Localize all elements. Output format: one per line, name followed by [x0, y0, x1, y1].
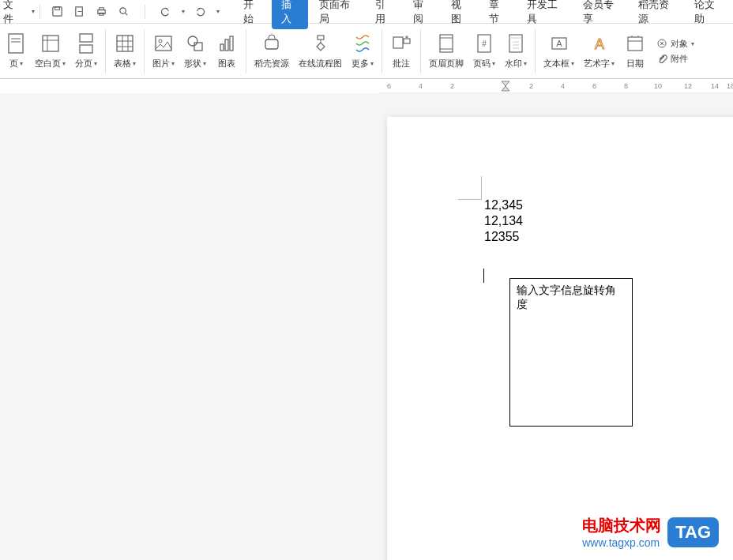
chevron-down-icon: ▾	[182, 8, 185, 15]
ruler-tick: 12	[684, 82, 692, 90]
ruler-tick: 4	[561, 82, 565, 90]
chevron-down-icon: ▾	[370, 60, 374, 67]
wordart-button[interactable]: A 艺术字▾	[579, 31, 619, 71]
svg-rect-9	[80, 34, 92, 42]
chevron-down-icon: ▾	[203, 60, 206, 67]
svg-text:#: #	[482, 39, 487, 48]
tab-insert[interactable]: 插入	[272, 0, 308, 29]
page-watermark: 电脑技术网 www.tagxp.com TAG	[582, 515, 719, 549]
svg-rect-10	[80, 45, 92, 53]
horizontal-ruler[interactable]: 6 4 2 2 4 6 8 10 12 14 18	[379, 79, 733, 93]
page-number-label: 页码	[473, 58, 491, 70]
blank-page-label: 空白页	[35, 58, 61, 70]
text-line: 12,345	[484, 197, 523, 213]
picture-button[interactable]: 图片▾	[148, 31, 179, 71]
svg-rect-8	[43, 36, 58, 51]
chevron-down-icon: ▾	[133, 60, 136, 67]
shape-icon	[184, 32, 206, 54]
tab-review[interactable]: 审阅	[404, 0, 440, 29]
table-button[interactable]: 表格▾	[109, 31, 141, 71]
page-break-icon	[75, 32, 97, 54]
svg-rect-21	[393, 37, 403, 48]
save-icon[interactable]	[51, 6, 64, 18]
text-line: 12,134	[484, 213, 523, 229]
chevron-down-icon: ▾	[524, 60, 527, 67]
svg-rect-30	[628, 37, 642, 51]
cover-page-button[interactable]: 页▾	[2, 31, 30, 71]
blank-page-button[interactable]: 空白页▾	[30, 31, 70, 71]
svg-rect-17	[225, 39, 228, 51]
comment-button[interactable]: 批注	[385, 31, 417, 71]
flowchart-label: 在线流程图	[299, 58, 342, 70]
textbox-icon: A	[548, 32, 570, 54]
chart-button[interactable]: 图表	[211, 31, 242, 71]
tab-view[interactable]: 视图	[442, 0, 478, 29]
watermark-tag: TAG	[667, 517, 719, 547]
tab-page-layout[interactable]: 页面布局	[310, 0, 363, 29]
separator	[144, 29, 145, 73]
svg-rect-22	[404, 39, 410, 43]
ruler-tick: 4	[419, 82, 423, 90]
ruler-tick: 14	[711, 82, 719, 90]
more-button[interactable]: 更多▾	[347, 31, 378, 71]
inserted-textbox[interactable]: 输入文字信息旋转角度	[509, 278, 633, 427]
more-label: 更多	[351, 58, 369, 70]
ruler-tick: 2	[450, 82, 454, 90]
tab-dev-tools[interactable]: 开发工具	[517, 0, 571, 29]
undo-icon[interactable]	[160, 6, 172, 18]
svg-point-14	[188, 36, 197, 46]
textbox-button[interactable]: A 文本框▾	[539, 31, 579, 71]
preview-icon[interactable]	[118, 6, 130, 18]
object-button[interactable]: 对象▾	[654, 38, 697, 50]
tab-references[interactable]: 引用	[366, 0, 402, 29]
chevron-down-icon: ▾	[611, 60, 615, 67]
redo-icon[interactable]	[194, 6, 207, 18]
svg-rect-15	[194, 43, 202, 51]
tab-thesis[interactable]: 论文助	[685, 0, 730, 29]
quick-access: ▾ ▾	[45, 5, 226, 19]
tab-daoke[interactable]: 稻壳资源	[629, 0, 682, 29]
daoke-button[interactable]: 稻壳资源	[250, 31, 294, 71]
ribbon-tabs: 开始 插入 页面布局 引用 审阅 视图 章节 开发工具 会员专享 稻壳资源 论文…	[234, 0, 730, 29]
tab-start[interactable]: 开始	[234, 0, 270, 29]
print-icon[interactable]	[96, 6, 108, 18]
watermark-icon	[505, 32, 527, 54]
svg-point-6	[120, 8, 126, 14]
flowchart-button[interactable]: 在线流程图	[294, 31, 347, 71]
page-number-button[interactable]: # 页码▾	[468, 31, 500, 71]
table-label: 表格	[114, 58, 131, 70]
object-label: 对象	[671, 38, 688, 50]
shape-button[interactable]: 形状▾	[179, 31, 211, 71]
file-menu[interactable]: 文件	[3, 0, 32, 29]
document-workspace: 12,345 12,134 12355 输入文字信息旋转角度 电脑技术网 www…	[0, 93, 733, 560]
tab-chapter[interactable]: 章节	[479, 0, 516, 29]
svg-rect-23	[440, 35, 453, 52]
document-page[interactable]: 12,345 12,134 12355 输入文字信息旋转角度	[387, 117, 733, 560]
watermark-title: 电脑技术网	[582, 515, 661, 536]
header-footer-button[interactable]: 页眉页脚	[424, 31, 468, 71]
chart-label: 图表	[218, 58, 235, 70]
chevron-down-icon: ▾	[171, 60, 175, 67]
tab-member[interactable]: 会员专享	[573, 0, 627, 29]
separator	[145, 5, 145, 19]
shape-label: 形状	[184, 58, 201, 70]
svg-rect-20	[318, 36, 324, 39]
wordart-icon: A	[588, 32, 611, 54]
paperclip-icon	[656, 53, 667, 64]
textbox-content: 输入文字信息旋转角度	[517, 284, 616, 310]
page-break-button[interactable]: 分页▾	[70, 31, 102, 71]
document-body[interactable]: 12,345 12,134 12355	[484, 197, 523, 245]
watermark-button[interactable]: 水印▾	[500, 31, 532, 71]
new-doc-icon[interactable]	[73, 6, 86, 18]
attachment-button[interactable]: 附件	[654, 53, 697, 65]
header-footer-icon	[435, 32, 457, 54]
date-button[interactable]: 日期	[619, 31, 651, 71]
cover-label: 页	[9, 58, 18, 70]
chevron-down-icon: ▾	[571, 60, 574, 67]
svg-rect-19	[265, 39, 278, 49]
blank-page-icon	[39, 32, 62, 54]
chevron-down-icon: ▾	[216, 8, 220, 15]
svg-rect-12	[156, 36, 171, 51]
indent-marker-icon[interactable]	[501, 81, 510, 92]
chevron-down-icon: ▾	[20, 60, 23, 67]
